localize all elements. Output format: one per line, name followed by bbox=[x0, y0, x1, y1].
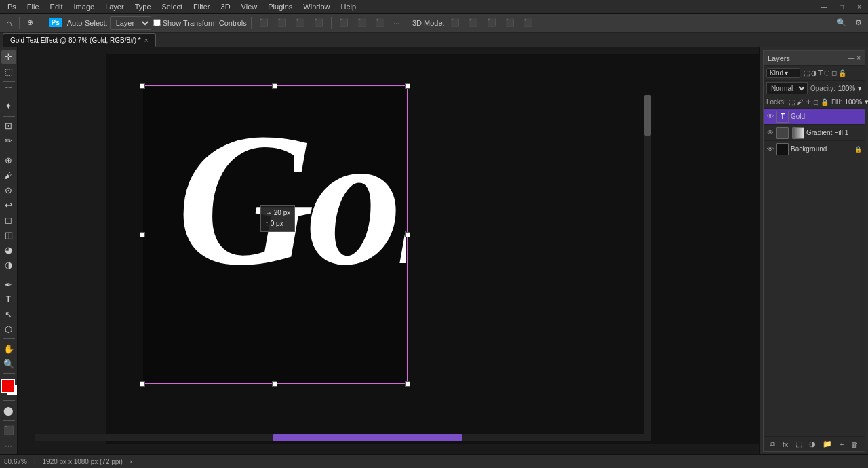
crop-tool[interactable]: ⊡ bbox=[1, 119, 16, 133]
path-select-tool[interactable]: ↖ bbox=[1, 307, 16, 321]
menu-edit[interactable]: Edit bbox=[45, 1, 68, 12]
menu-help[interactable]: Help bbox=[336, 1, 361, 12]
filter-adjustment-icon[interactable]: ◑ bbox=[811, 69, 817, 77]
menu-window[interactable]: Window bbox=[298, 1, 334, 12]
align-center-button[interactable]: ⬛ bbox=[274, 16, 290, 31]
filter-smartobj-icon[interactable]: ◻ bbox=[831, 69, 837, 77]
layer-row-background[interactable]: 👁 Background 🔒 bbox=[764, 141, 865, 157]
handle-tl[interactable] bbox=[140, 83, 145, 89]
show-transform-checkbox[interactable]: Show Transform Controls bbox=[153, 19, 247, 27]
3d-button-1[interactable]: ⬛ bbox=[447, 16, 463, 31]
layer-fx-button[interactable]: fx bbox=[783, 440, 789, 448]
align-right-button[interactable]: ⬛ bbox=[292, 16, 309, 31]
auto-select-dropdown[interactable]: Layer Group bbox=[110, 16, 151, 30]
foreground-color-swatch[interactable] bbox=[1, 379, 15, 393]
filter-shape-icon[interactable]: ⬡ bbox=[824, 69, 830, 77]
3d-button-3[interactable]: ⬛ bbox=[484, 16, 500, 31]
screen-mode-button[interactable]: ⬛ bbox=[1, 423, 16, 437]
menu-type[interactable]: Type bbox=[130, 1, 156, 12]
3d-button-4[interactable]: ⬛ bbox=[502, 16, 518, 31]
home-button[interactable]: ⌂ bbox=[3, 16, 15, 31]
lock-position-icon[interactable]: ✛ bbox=[806, 98, 811, 106]
layer-add-button[interactable]: + bbox=[840, 440, 844, 448]
maximize-button[interactable]: □ bbox=[833, 0, 850, 14]
status-arrow[interactable]: › bbox=[130, 458, 132, 465]
layer-visibility-gradient[interactable]: 👁 bbox=[766, 129, 774, 136]
menu-3d[interactable]: 3D bbox=[216, 1, 235, 12]
menu-plugins[interactable]: Plugins bbox=[263, 1, 297, 12]
layer-folder-button[interactable]: 📁 bbox=[823, 440, 832, 448]
layer-visibility-gold[interactable]: 👁 bbox=[766, 113, 774, 120]
zoom-tool[interactable]: 🔍 bbox=[1, 357, 16, 370]
lock-pixels-icon[interactable]: 🖌 bbox=[797, 98, 804, 106]
handle-tc[interactable] bbox=[272, 83, 277, 89]
blend-mode-select[interactable]: Normal Multiply Screen Overlay bbox=[766, 82, 808, 94]
filter-pixel-icon[interactable]: ⬚ bbox=[804, 69, 810, 77]
distribute-button[interactable]: ⬛ bbox=[336, 16, 352, 31]
shape-tool[interactable]: ⬡ bbox=[1, 322, 16, 336]
move-tool-options[interactable]: ⊕ bbox=[24, 16, 37, 31]
layers-close-button[interactable]: × bbox=[856, 54, 861, 62]
layer-delete-button[interactable]: 🗑 bbox=[851, 440, 859, 448]
workspaces-button[interactable]: ⚙ bbox=[852, 16, 865, 31]
search-button[interactable]: 🔍 bbox=[833, 16, 850, 31]
lock-all-icon[interactable]: 🔒 bbox=[821, 98, 829, 106]
vertical-scrollbar-thumb[interactable] bbox=[644, 95, 651, 136]
lasso-tool[interactable]: ⌒ bbox=[1, 85, 16, 98]
filter-text-icon[interactable]: T bbox=[818, 69, 823, 77]
3d-button-2[interactable]: ⬛ bbox=[465, 16, 481, 31]
horizontal-scrollbar-thumb[interactable] bbox=[273, 434, 462, 441]
close-button[interactable]: × bbox=[850, 0, 868, 14]
lock-artboard-icon[interactable]: ◻ bbox=[813, 98, 818, 106]
filter-lock-icon[interactable]: 🔒 bbox=[838, 69, 846, 77]
eraser-tool[interactable]: ◻ bbox=[1, 214, 16, 227]
extra-tools-button[interactable]: ··· bbox=[1, 438, 16, 452]
hand-tool[interactable]: ✋ bbox=[1, 342, 16, 355]
history-brush-tool[interactable]: ↩ bbox=[1, 199, 16, 212]
quick-mask-button[interactable]: ⬤ bbox=[1, 404, 16, 417]
layer-link-button[interactable]: ⧉ bbox=[770, 440, 775, 448]
3d-button-5[interactable]: ⬛ bbox=[520, 16, 536, 31]
align-top-button[interactable]: ⬛ bbox=[311, 16, 327, 31]
stamp-tool[interactable]: ⊙ bbox=[1, 184, 16, 197]
layer-row-gradient[interactable]: 👁 Gradient Fill 1 bbox=[764, 125, 865, 141]
layer-visibility-background[interactable]: 👁 bbox=[766, 145, 774, 153]
selection-tool[interactable]: ⬚ bbox=[1, 65, 16, 79]
handle-bc[interactable] bbox=[272, 381, 277, 387]
menu-view[interactable]: View bbox=[237, 1, 262, 12]
pen-tool[interactable]: ✒ bbox=[1, 277, 16, 291]
brush-tool[interactable]: 🖌 bbox=[1, 169, 16, 182]
blur-tool[interactable]: ◕ bbox=[1, 243, 16, 257]
lock-transparent-icon[interactable]: ⬚ bbox=[789, 98, 795, 106]
vertical-scrollbar[interactable] bbox=[644, 95, 651, 434]
healing-tool[interactable]: ⊕ bbox=[1, 154, 16, 168]
layer-row-gold[interactable]: 👁 T Gold bbox=[764, 109, 865, 125]
layers-collapse-button[interactable]: — bbox=[848, 54, 854, 62]
menu-filter[interactable]: Filter bbox=[189, 1, 214, 12]
magic-wand-tool[interactable]: ✦ bbox=[1, 100, 16, 113]
handle-mr[interactable] bbox=[405, 232, 410, 237]
tab-close-button[interactable]: × bbox=[144, 37, 149, 44]
dodge-tool[interactable]: ◑ bbox=[1, 258, 16, 272]
text-tool[interactable]: T bbox=[1, 292, 16, 306]
distribute3-button[interactable]: ⬛ bbox=[372, 16, 389, 31]
gradient-tool[interactable]: ◫ bbox=[1, 229, 16, 242]
eyedropper-tool[interactable]: ✏ bbox=[1, 134, 16, 148]
menu-image[interactable]: Image bbox=[69, 1, 100, 12]
distribute2-button[interactable]: ⬛ bbox=[354, 16, 370, 31]
document-tab[interactable]: Gold Text Effect @ 80.7% (Gold, RGB/8#) … bbox=[3, 33, 156, 47]
menu-ps[interactable]: Ps bbox=[3, 1, 21, 12]
handle-bl[interactable] bbox=[140, 381, 145, 387]
horizontal-scrollbar[interactable] bbox=[35, 434, 651, 441]
layer-mask-button[interactable]: ⬚ bbox=[795, 440, 802, 448]
minimize-button[interactable]: — bbox=[815, 0, 833, 14]
menu-file[interactable]: File bbox=[22, 1, 44, 12]
handle-tr[interactable] bbox=[405, 83, 410, 89]
filter-type-select[interactable]: Kind ▾ bbox=[766, 68, 800, 78]
ps-icon-button[interactable]: Ps bbox=[45, 16, 64, 31]
layer-adjustment-button[interactable]: ◑ bbox=[809, 440, 816, 448]
menu-select[interactable]: Select bbox=[157, 1, 188, 12]
move-tool[interactable]: ✛ bbox=[1, 50, 16, 64]
handle-br[interactable] bbox=[405, 381, 410, 387]
align-left-button[interactable]: ⬛ bbox=[256, 16, 272, 31]
